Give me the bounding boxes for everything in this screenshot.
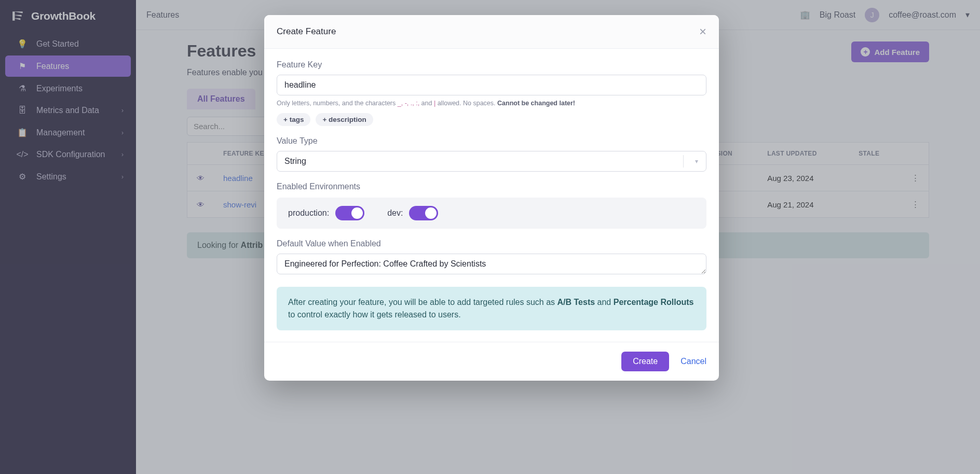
modal-title: Create Feature [277, 26, 336, 37]
value-type-label: Value Type [277, 136, 706, 146]
env-dev-label: dev: [387, 208, 403, 218]
default-value-label: Default Value when Enabled [277, 239, 706, 248]
value-type-select[interactable] [277, 151, 706, 172]
default-value-input[interactable] [277, 254, 706, 274]
add-tags-button[interactable]: + tags [277, 113, 310, 126]
feature-key-help: Only letters, numbers, and the character… [277, 100, 706, 107]
add-description-button[interactable]: + description [316, 113, 373, 126]
close-icon[interactable]: × [699, 25, 706, 38]
create-feature-modal: Create Feature × Feature Key Only letter… [264, 15, 719, 381]
chevron-down-icon[interactable]: ▾ [695, 158, 698, 165]
modal-footer: Create Cancel [264, 342, 719, 381]
modal-header: Create Feature × [264, 15, 719, 49]
feature-key-input[interactable] [277, 75, 706, 95]
info-note: After creating your feature, you will be… [277, 287, 706, 330]
env-label: Enabled Environments [277, 182, 706, 191]
environments-box: production: dev: [277, 198, 706, 229]
env-prod-toggle[interactable] [335, 206, 364, 220]
feature-key-label: Feature Key [277, 60, 706, 69]
cancel-button[interactable]: Cancel [680, 357, 706, 366]
env-dev-toggle[interactable] [409, 206, 438, 220]
create-button[interactable]: Create [621, 352, 669, 371]
env-prod-label: production: [288, 208, 329, 218]
